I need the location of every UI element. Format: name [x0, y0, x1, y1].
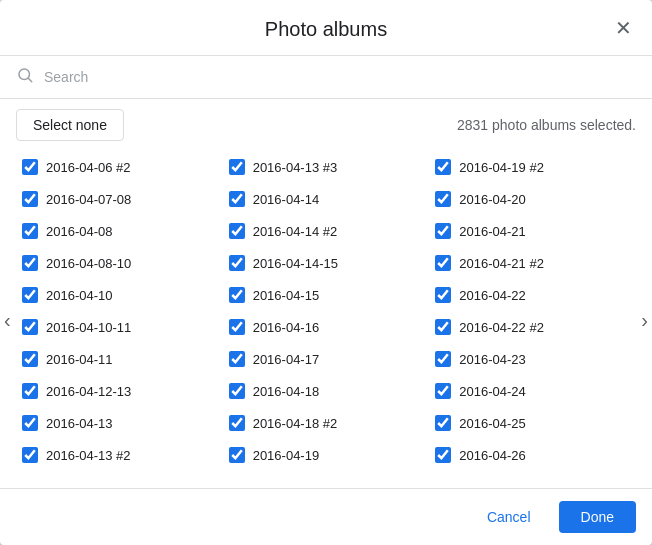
- list-item[interactable]: 2016-04-08: [16, 215, 223, 247]
- album-checkbox[interactable]: [435, 287, 451, 303]
- done-button[interactable]: Done: [559, 501, 636, 533]
- list-item[interactable]: 2016-04-11: [16, 343, 223, 375]
- list-item[interactable]: 2016-04-13 #3: [223, 151, 430, 183]
- list-item[interactable]: 2016-04-22 #2: [429, 311, 636, 343]
- album-label: 2016-04-11: [46, 352, 113, 367]
- list-item[interactable]: 2016-04-19 #2: [429, 151, 636, 183]
- list-item[interactable]: 2016-04-21 #2: [429, 247, 636, 279]
- album-checkbox[interactable]: [22, 319, 38, 335]
- list-item[interactable]: 2016-04-26: [429, 439, 636, 471]
- album-checkbox[interactable]: [22, 447, 38, 463]
- album-checkbox[interactable]: [229, 383, 245, 399]
- list-item[interactable]: 2016-04-21: [429, 215, 636, 247]
- list-item[interactable]: 2016-04-23: [429, 343, 636, 375]
- list-item[interactable]: 2016-04-10-11: [16, 311, 223, 343]
- album-label: 2016-04-08: [46, 224, 113, 239]
- album-checkbox[interactable]: [435, 255, 451, 271]
- list-item[interactable]: 2016-04-14 #2: [223, 215, 430, 247]
- search-input[interactable]: [44, 69, 636, 85]
- album-checkbox[interactable]: [229, 223, 245, 239]
- list-item[interactable]: 2016-04-14-15: [223, 247, 430, 279]
- list-item[interactable]: 2016-04-08-10: [16, 247, 223, 279]
- album-label: 2016-04-14-15: [253, 256, 338, 271]
- prev-page-button[interactable]: ‹: [0, 302, 15, 338]
- album-label: 2016-04-12-13: [46, 384, 131, 399]
- album-label: 2016-04-25: [459, 416, 526, 431]
- album-checkbox[interactable]: [229, 255, 245, 271]
- list-item[interactable]: 2016-04-10: [16, 279, 223, 311]
- album-checkbox[interactable]: [435, 223, 451, 239]
- album-checkbox[interactable]: [229, 191, 245, 207]
- album-checkbox[interactable]: [229, 287, 245, 303]
- album-checkbox[interactable]: [435, 383, 451, 399]
- album-label: 2016-04-22 #2: [459, 320, 544, 335]
- list-item[interactable]: 2016-04-15: [223, 279, 430, 311]
- album-checkbox[interactable]: [22, 159, 38, 175]
- album-checkbox[interactable]: [229, 319, 245, 335]
- close-button[interactable]: ✕: [611, 14, 636, 42]
- search-bar: [0, 56, 652, 99]
- album-checkbox[interactable]: [229, 447, 245, 463]
- album-label: 2016-04-20: [459, 192, 526, 207]
- content-area: ‹ 2016-04-06 #22016-04-13 #32016-04-19 #…: [0, 151, 652, 488]
- album-checkbox[interactable]: [22, 415, 38, 431]
- list-item[interactable]: 2016-04-06 #2: [16, 151, 223, 183]
- album-label: 2016-04-19 #2: [459, 160, 544, 175]
- album-checkbox[interactable]: [22, 255, 38, 271]
- album-label: 2016-04-14: [253, 192, 320, 207]
- album-label: 2016-04-15: [253, 288, 320, 303]
- list-item[interactable]: 2016-04-18 #2: [223, 407, 430, 439]
- album-checkbox[interactable]: [435, 351, 451, 367]
- album-label: 2016-04-08-10: [46, 256, 131, 271]
- list-item[interactable]: 2016-04-13 #2: [16, 439, 223, 471]
- album-label: 2016-04-07-08: [46, 192, 131, 207]
- album-label: 2016-04-10-11: [46, 320, 131, 335]
- dialog-title: Photo albums: [265, 18, 387, 41]
- cancel-button[interactable]: Cancel: [469, 501, 549, 533]
- album-checkbox[interactable]: [22, 383, 38, 399]
- list-item[interactable]: 2016-04-12-13: [16, 375, 223, 407]
- album-label: 2016-04-18 #2: [253, 416, 338, 431]
- select-none-button[interactable]: Select none: [16, 109, 124, 141]
- album-checkbox[interactable]: [229, 351, 245, 367]
- list-item[interactable]: 2016-04-25: [429, 407, 636, 439]
- album-checkbox[interactable]: [229, 415, 245, 431]
- album-label: 2016-04-21: [459, 224, 526, 239]
- album-label: 2016-04-17: [253, 352, 320, 367]
- list-item[interactable]: 2016-04-20: [429, 183, 636, 215]
- album-label: 2016-04-16: [253, 320, 320, 335]
- album-label: 2016-04-10: [46, 288, 113, 303]
- album-checkbox[interactable]: [22, 223, 38, 239]
- album-label: 2016-04-13 #3: [253, 160, 338, 175]
- album-checkbox[interactable]: [229, 159, 245, 175]
- album-checkbox[interactable]: [435, 319, 451, 335]
- album-checkbox[interactable]: [435, 191, 451, 207]
- album-label: 2016-04-19: [253, 448, 320, 463]
- album-checkbox[interactable]: [22, 287, 38, 303]
- list-item[interactable]: 2016-04-19: [223, 439, 430, 471]
- album-label: 2016-04-13 #2: [46, 448, 131, 463]
- svg-line-1: [28, 78, 31, 81]
- album-label: 2016-04-24: [459, 384, 526, 399]
- list-item[interactable]: 2016-04-07-08: [16, 183, 223, 215]
- list-item[interactable]: 2016-04-24: [429, 375, 636, 407]
- album-checkbox[interactable]: [22, 191, 38, 207]
- albums-grid: 2016-04-06 #22016-04-13 #32016-04-19 #22…: [16, 151, 636, 471]
- toolbar: Select none 2831 photo albums selected.: [0, 99, 652, 151]
- album-label: 2016-04-26: [459, 448, 526, 463]
- dialog: Photo albums ✕ Select none 2831 photo al…: [0, 0, 652, 545]
- album-checkbox[interactable]: [22, 351, 38, 367]
- album-checkbox[interactable]: [435, 159, 451, 175]
- selected-count: 2831 photo albums selected.: [457, 117, 636, 133]
- album-label: 2016-04-14 #2: [253, 224, 338, 239]
- album-checkbox[interactable]: [435, 447, 451, 463]
- search-icon: [16, 66, 34, 88]
- album-checkbox[interactable]: [435, 415, 451, 431]
- next-page-button[interactable]: ›: [637, 302, 652, 338]
- list-item[interactable]: 2016-04-22: [429, 279, 636, 311]
- list-item[interactable]: 2016-04-13: [16, 407, 223, 439]
- list-item[interactable]: 2016-04-14: [223, 183, 430, 215]
- list-item[interactable]: 2016-04-18: [223, 375, 430, 407]
- list-item[interactable]: 2016-04-16: [223, 311, 430, 343]
- list-item[interactable]: 2016-04-17: [223, 343, 430, 375]
